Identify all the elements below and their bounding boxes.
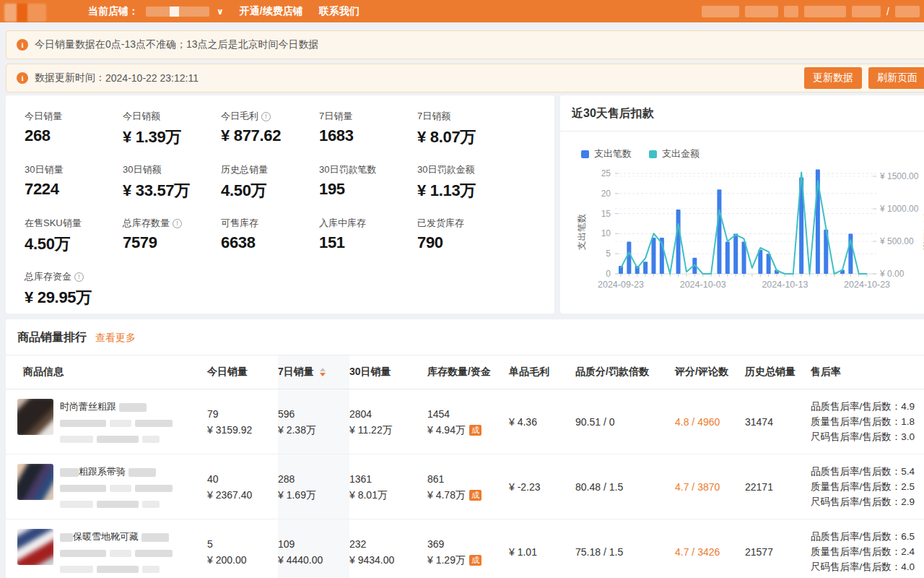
shop-switch-caret-icon[interactable]: ∨: [217, 7, 224, 17]
svg-text:0: 0: [606, 269, 611, 279]
stat-label-text: 已发货库存: [417, 217, 464, 230]
user-menu-redacted-5: [852, 6, 881, 17]
sort-desc-icon[interactable]: [320, 373, 326, 376]
stock-qty: 1454: [427, 406, 503, 422]
refresh-page-button[interactable]: 刷新页面: [868, 67, 924, 89]
sales-accuracy-notice: i 今日销量数据在0点-13点不准确；13点之后是北京时间今日数据: [6, 30, 924, 59]
stat-value: 195: [319, 180, 417, 199]
stat-value: ¥ 1.39万: [123, 126, 221, 148]
product-info-cell: 时尚蕾丝粗跟: [6, 389, 207, 454]
today-qty: 79: [207, 406, 272, 422]
column-header-7: 评分/评论数: [675, 355, 745, 389]
product-ranking-card: 商品销量排行 查看更多 商品信息今日销量7日销量30日销量库存数量/资金单品毛利…: [6, 319, 924, 578]
info-icon: i: [17, 72, 28, 84]
d30-qty: 1361: [349, 471, 422, 487]
column-header-label: 历史总销量: [745, 366, 796, 377]
product-image: [17, 399, 53, 435]
d30-cell: 2804¥ 11.22万: [349, 389, 427, 454]
stock-amount: ¥ 4.94万成: [427, 422, 503, 438]
stat-label-text: 今日销量: [25, 110, 62, 123]
d7-amount: ¥ 1.69万: [278, 487, 344, 503]
update-time-value: 2024-10-22 23:12:11: [105, 72, 199, 84]
stat-value: ¥ 29.95万: [25, 287, 123, 309]
stat-value: ¥ 33.57万: [123, 180, 221, 202]
column-header-2[interactable]: 7日销量: [278, 355, 349, 389]
d30-amount-value: ¥ 11.22万: [349, 424, 393, 436]
today-amount-value: ¥ 200.00: [207, 554, 247, 566]
product-sku-redacted: [60, 433, 176, 444]
stat-label: 入库中库存: [319, 217, 417, 230]
table-row-0[interactable]: 时尚蕾丝粗跟79¥ 3159.92596¥ 2.38万2804¥ 11.22万1…: [6, 389, 924, 454]
stock-amount: ¥ 4.78万成: [427, 487, 503, 503]
info-icon: i: [17, 39, 28, 51]
info-icon[interactable]: !: [261, 112, 271, 121]
svg-text:2024-10-03: 2024-10-03: [680, 280, 726, 290]
topbar-user-area[interactable]: /: [702, 0, 924, 22]
stat-value: 790: [417, 233, 515, 252]
d7-cell: 596¥ 2.38万: [278, 389, 349, 454]
topbar-slash: /: [886, 6, 889, 17]
stat-item-6: 30日销额¥ 33.57万: [123, 163, 221, 202]
update-data-button[interactable]: 更新数据: [804, 67, 862, 89]
stock-qty: 369: [427, 536, 503, 552]
d7-cell: 109¥ 4440.00: [278, 519, 349, 578]
stat-label: 7日销额: [417, 110, 515, 123]
stat-label: 今日销额: [123, 110, 221, 123]
stat-value: ¥ 8.07万: [417, 126, 515, 148]
today-amount: ¥ 200.00: [207, 552, 272, 568]
d7-amount: ¥ 2.38万: [278, 422, 344, 438]
after-sales-cell: 品质售后率/售后数：4.9质量售后率/售后数：1.8尺码售后率/售后数：3.0: [811, 389, 924, 454]
svg-text:10: 10: [601, 228, 611, 238]
stat-label-text: 在售SKU销量: [25, 217, 82, 230]
stat-label-text: 7日销额: [417, 110, 450, 123]
info-icon[interactable]: !: [74, 272, 84, 282]
rating-reviews: 4.7 / 3870: [675, 481, 720, 493]
stat-label: 30日罚款笔数: [319, 163, 417, 176]
product-info-cell: 粗跟系带骑: [6, 454, 207, 519]
d30-cell: 1361¥ 8.01万: [349, 454, 427, 519]
user-menu-redacted-6: [895, 6, 920, 17]
unit-profit: ¥ 1.01: [509, 546, 537, 558]
sort-asc-icon[interactable]: [320, 368, 326, 371]
stat-value: 4.50万: [221, 180, 319, 202]
data-update-notice: i 数据更新时间： 2024-10-22 23:12:11 更新数据 刷新页面: [6, 64, 924, 92]
stat-value: 4.50万: [25, 233, 123, 255]
d30-amount: ¥ 8.01万: [349, 487, 422, 503]
table-row-2[interactable]: 保暖雪地靴可藏5¥ 200.00109¥ 4440.00232¥ 9434.00…: [6, 519, 924, 578]
stat-label-text: 入库中库存: [319, 217, 366, 230]
sort-icons[interactable]: [320, 368, 326, 376]
today-cell: 5¥ 200.00: [207, 519, 278, 578]
svg-text:¥ 0.00: ¥ 0.00: [879, 269, 905, 279]
history-total: 21577: [745, 546, 773, 558]
unit-profit-cell: ¥ 1.01: [509, 519, 575, 578]
legend-item-count[interactable]: 支出笔数: [581, 147, 632, 160]
d30-amount-value: ¥ 9434.00: [349, 554, 394, 566]
svg-text:15: 15: [601, 209, 611, 219]
user-menu-redacted-2: [745, 6, 778, 17]
see-more-link[interactable]: 查看更多: [95, 332, 136, 345]
legend-swatch-blue: [581, 150, 589, 158]
d30-cell: 232¥ 9434.00: [349, 519, 427, 578]
contact-us-link[interactable]: 联系我们: [319, 5, 359, 18]
stat-label: 在售SKU销量: [25, 217, 123, 230]
unit-profit: ¥ 4.36: [509, 416, 537, 428]
quality-score-cell: 90.51 / 0: [575, 389, 675, 454]
d7-qty: 109: [278, 536, 344, 552]
column-header-9: 售后率: [811, 355, 924, 389]
product-title: 保暖雪地靴可藏: [60, 530, 176, 543]
stat-value: 1683: [319, 126, 417, 145]
shop-name-redacted: [146, 7, 209, 17]
quality-score: 90.51 / 0: [575, 416, 615, 428]
app-logo: [4, 4, 46, 22]
rating-reviews: 4.7 / 3426: [675, 546, 720, 558]
renew-shop-link[interactable]: 开通/续费店铺: [240, 5, 303, 18]
kpi-stats-card: 今日销量268今日销额¥ 1.39万今日毛利!¥ 877.627日销量16837…: [6, 95, 554, 314]
table-row-1[interactable]: 粗跟系带骑40¥ 2367.40288¥ 1.69万1361¥ 8.01万861…: [6, 454, 924, 519]
svg-text:支出笔数: 支出笔数: [577, 214, 587, 251]
today-amount-value: ¥ 2367.40: [207, 489, 252, 501]
svg-text:2024-09-23: 2024-09-23: [598, 280, 644, 290]
legend-item-amount[interactable]: 支出金额: [649, 147, 699, 160]
stat-label: 30日销额: [123, 163, 221, 176]
svg-text:25: 25: [601, 168, 611, 178]
info-icon[interactable]: !: [173, 219, 182, 228]
